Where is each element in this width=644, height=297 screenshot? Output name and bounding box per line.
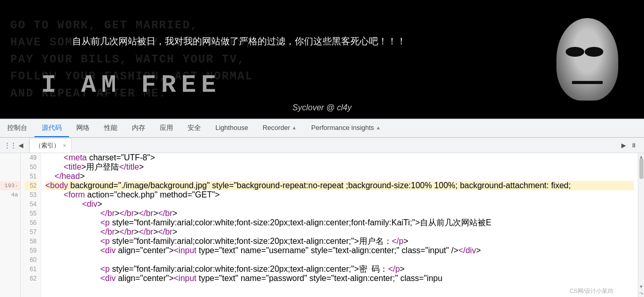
watermark: CS网/设计小菜鸡 xyxy=(570,287,613,295)
drag-handle[interactable]: ⋮⋮ xyxy=(5,140,15,151)
nav-right-button[interactable]: ▶ xyxy=(618,140,629,151)
code-line-52: <body background="./image/background.jpg… xyxy=(45,181,634,190)
tab-application[interactable]: 应用 xyxy=(152,119,180,137)
code-line-58: <p style="font-family:arial;color:white;… xyxy=(45,237,634,246)
credit-text: Syclover @ cl4y xyxy=(0,103,644,112)
line-number-56[interactable]: 56 xyxy=(25,218,37,227)
code-line-54: <div> xyxy=(45,200,634,209)
sidebar-label: 193-4a xyxy=(0,181,20,190)
line-number-49[interactable]: 49 xyxy=(25,153,37,162)
code-line-50: <title>用户登陆</title> xyxy=(45,162,634,172)
code-line-59: <div align="center"><input type="text" n… xyxy=(45,246,634,255)
line-number-59[interactable]: 59 xyxy=(25,246,37,255)
right-scrollbar[interactable]: ▲ ▼ ↷ xyxy=(638,153,644,297)
code-line-53: <form action="check.php" method="GET"> xyxy=(45,190,634,200)
vendetta-mask xyxy=(556,18,618,101)
chinese-overlay-text: 自从前几次网站被日，我对我的网站做了严格的过滤，你们这些黑客死心吧！！！ xyxy=(72,35,406,47)
tab-sources[interactable]: 源代码 xyxy=(35,119,69,137)
line-number-55[interactable]: 55 xyxy=(25,209,37,218)
line-number-52[interactable]: 52 xyxy=(25,181,37,190)
line-number-53[interactable]: 53 xyxy=(25,190,37,200)
tab-console[interactable]: 控制台 xyxy=(0,119,35,137)
line-number-58[interactable]: 58 xyxy=(25,237,37,246)
line-number-60[interactable]: 60 xyxy=(25,255,37,265)
line-number-51[interactable]: 51 xyxy=(25,172,37,181)
pause-button[interactable]: ⏸ xyxy=(629,140,639,151)
code-line-62: <div align="center"><input type="text" n… xyxy=(45,274,634,283)
tab-performance[interactable]: 性能 xyxy=(97,119,125,137)
left-sidebar: 193-4a xyxy=(0,153,21,297)
line-number-62[interactable]: 62 xyxy=(25,274,37,283)
file-tab-close-button[interactable]: × xyxy=(63,142,66,148)
sidebar-empty-1 xyxy=(0,153,20,162)
code-line-49: <meta charset="UTF-8"> xyxy=(45,153,634,162)
recorder-experimental-icon: ▲ xyxy=(292,125,297,130)
scroll-down-button[interactable]: ▼ xyxy=(638,283,644,290)
code-line-56: <p style="font-family:arial;color:white;… xyxy=(45,218,634,227)
line-number-50[interactable]: 50 xyxy=(25,162,37,172)
source-panel: 193-4a 4950515253545556575859606162 <met… xyxy=(0,153,644,297)
banner: GO TO WORK, GET MARRIED, HAVE SOME KIDS,… xyxy=(0,0,644,119)
nav-left-button[interactable]: ◀ xyxy=(15,140,26,151)
line-number-61[interactable]: 61 xyxy=(25,265,37,274)
devtools-tab-bar: 控制台 源代码 网络 性能 内存 应用 安全 Lighthouse Record… xyxy=(0,119,644,138)
i-am-free-text: I AM FREE xyxy=(41,71,221,99)
mask-figure xyxy=(541,0,634,119)
line-gutter: 4950515253545556575859606162 xyxy=(21,153,41,297)
file-tab-index[interactable]: （索引） × xyxy=(29,138,72,153)
code-line-51: </head> xyxy=(45,172,634,181)
devtools-panel: 控制台 源代码 网络 性能 内存 应用 安全 Lighthouse Record… xyxy=(0,119,644,297)
tab-lighthouse[interactable]: Lighthouse xyxy=(208,119,256,137)
sidebar-empty-3 xyxy=(0,172,20,181)
scrollbar-thumb[interactable] xyxy=(639,158,643,179)
code-line-57: </br></br></br></br> xyxy=(45,227,634,237)
code-line-55: </br></br></br></br> xyxy=(45,209,634,218)
step-over-button[interactable]: ↷ xyxy=(638,290,644,297)
code-content[interactable]: <meta charset="UTF-8"> <title>用户登陆</titl… xyxy=(41,153,638,297)
tab-memory[interactable]: 内存 xyxy=(125,119,152,137)
sidebar-empty-2 xyxy=(0,162,20,172)
file-tab-label: （索引） xyxy=(35,141,60,150)
perf-insights-experimental-icon: ▲ xyxy=(376,125,381,130)
tab-security[interactable]: 安全 xyxy=(180,119,208,137)
line-number-54[interactable]: 54 xyxy=(25,200,37,209)
file-tabs-bar: ⋮⋮ ◀ （索引） × ▶ ⏸ xyxy=(0,138,644,153)
tab-recorder[interactable]: Recorder ▲ xyxy=(256,119,304,137)
tab-network[interactable]: 网络 xyxy=(69,119,97,137)
tab-perf-insights[interactable]: Performance insights ▲ xyxy=(304,119,388,137)
code-line-61: <p style="font-family:arial;color:white;… xyxy=(45,265,634,274)
line-number-57[interactable]: 57 xyxy=(25,227,37,237)
panel-controls-left: ⋮⋮ ◀ xyxy=(2,140,29,151)
panel-controls-right: ▶ ⏸ xyxy=(615,140,642,151)
code-line-60 xyxy=(45,255,634,265)
